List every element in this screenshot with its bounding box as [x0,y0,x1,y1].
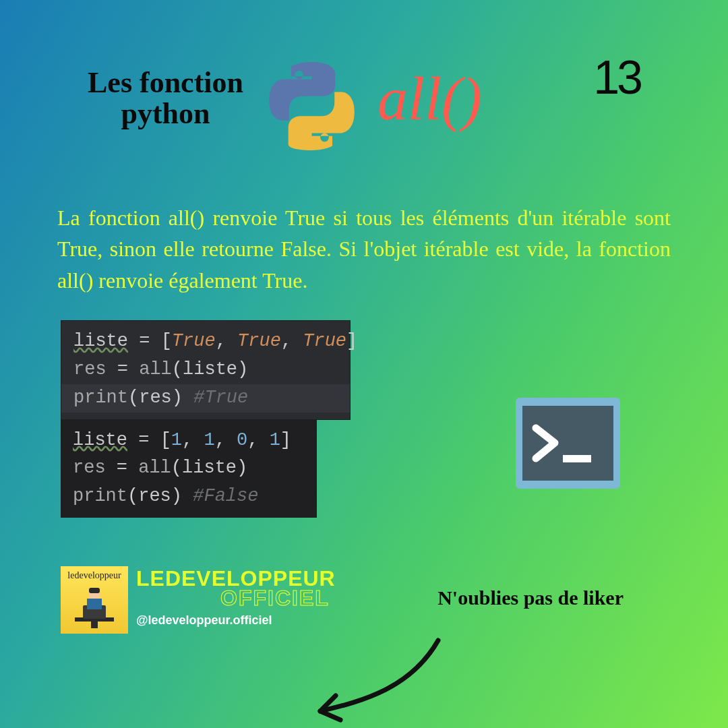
svg-rect-2 [563,455,591,462]
page-number: 13 [593,51,640,104]
developer-avatar-icon: ledeveloppeur [61,566,128,634]
terminal-icon [516,398,620,491]
svg-rect-4 [91,621,98,628]
python-logo-icon [266,61,357,154]
title-block: Les fonction python [88,67,243,129]
code-examples: liste = [True, True, True] res = all(lis… [61,320,351,518]
svg-rect-7 [89,588,100,593]
svg-rect-8 [87,599,102,609]
brand-block: LEDEVELOPPEUR OFFICIEL @ledeveloppeur.of… [136,566,336,626]
title-line-2: python [88,98,243,129]
brand-handle: @ledeveloppeur.officiel [136,615,336,626]
brand-sub: OFFICIEL [220,588,336,608]
footer: ledeveloppeur LEDEVELOPPEUR OFFICIEL @le… [61,566,336,634]
avatar-caption: ledeveloppeur [67,570,121,581]
code-block-1: liste = [True, True, True] res = all(lis… [61,320,351,420]
description-text: La fonction all() renvoie True si tous l… [57,202,671,296]
svg-rect-1 [522,406,613,481]
function-name: all() [377,64,482,133]
like-cta-text: N'oublies pas de liker [437,586,624,609]
title-line-1: Les fonction [88,67,243,98]
curved-arrow-icon [303,634,452,728]
code-block-2: liste = [1, 1, 0, 1] res = all(liste) pr… [61,420,317,518]
